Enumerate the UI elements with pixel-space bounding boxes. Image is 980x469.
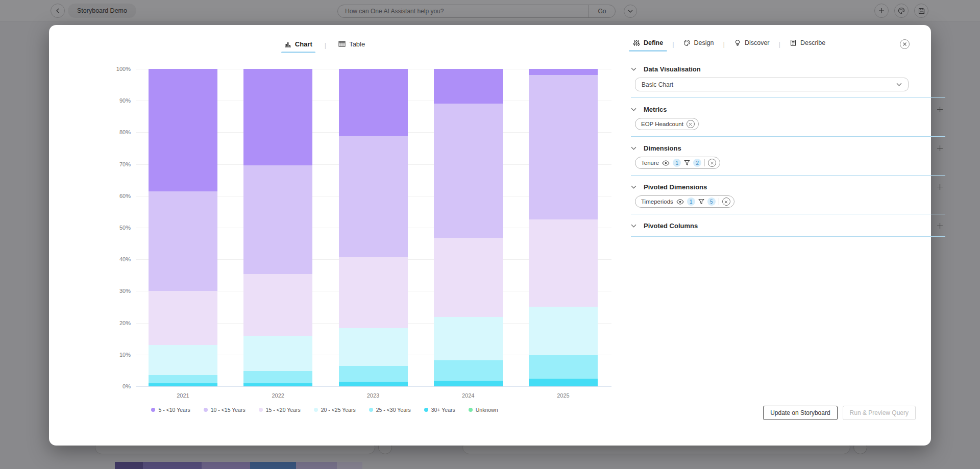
- remove-icon: [710, 161, 714, 165]
- settings-panel: Define|Design|Discover|Describe Data Vis…: [582, 25, 925, 446]
- field-pill-eop-headcount[interactable]: EOP Headcount: [635, 118, 699, 130]
- plus-icon: [937, 184, 943, 190]
- pill-separator: [704, 159, 705, 166]
- run-preview-query-button[interactable]: Run & Preview Query: [843, 406, 916, 420]
- section-collapse-button[interactable]: [631, 145, 636, 151]
- plus-icon: [937, 106, 943, 113]
- stacked-bar-2023: [339, 69, 408, 386]
- field-pill-tenure[interactable]: Tenure12: [635, 157, 720, 169]
- tab-label: Design: [694, 39, 714, 46]
- pill-row: EOP Headcount: [635, 118, 911, 130]
- legend-item[interactable]: Unknown: [469, 407, 498, 413]
- section-add-button[interactable]: [935, 143, 944, 153]
- bar-segment: [339, 366, 408, 382]
- bar-segment: [243, 274, 312, 336]
- legend-item[interactable]: 5 - <10 Years: [151, 407, 190, 413]
- legend-label: 25 - <30 Years: [376, 407, 411, 413]
- section-collapse-button[interactable]: [631, 66, 636, 72]
- modal-close-button[interactable]: [900, 39, 910, 49]
- remove-icon: [689, 122, 692, 126]
- update-on-storyboard-button[interactable]: Update on Storyboard: [763, 406, 837, 420]
- select-chevron: [896, 82, 902, 87]
- filter-icon: [684, 160, 690, 166]
- y-axis-tick-label: 90%: [105, 97, 131, 104]
- section-divider: [631, 214, 945, 214]
- tab-design[interactable]: Design: [681, 37, 716, 51]
- bar-segment: [434, 381, 503, 386]
- filter-icon: [698, 199, 704, 205]
- section-add-button[interactable]: [935, 105, 944, 114]
- tab-discover[interactable]: Discover: [732, 37, 772, 51]
- pill-remove-button[interactable]: [722, 198, 730, 206]
- tab-separator: |: [325, 41, 326, 49]
- section-add-button[interactable]: [935, 182, 944, 191]
- plus-icon: [937, 145, 943, 152]
- bar-chart-icon: [284, 40, 291, 47]
- chart-builder-modal: Chart|Table 0%10%20%30%40%50%60%70%80%90…: [49, 25, 931, 446]
- bar-segment: [149, 345, 217, 375]
- stacked-bar-2022: [243, 69, 312, 386]
- stacked-bar-2024: [434, 69, 503, 386]
- legend-swatch: [424, 408, 428, 412]
- tab-describe[interactable]: Describe: [788, 37, 827, 51]
- chevron-down-icon: [631, 223, 636, 229]
- close-icon: [902, 42, 907, 46]
- legend-swatch: [369, 408, 373, 412]
- bar-segment: [339, 257, 408, 328]
- field-pill-timeperiods[interactable]: Timeperiods15: [635, 195, 734, 208]
- bar-segment: [339, 382, 408, 386]
- section-add-button[interactable]: [935, 221, 944, 230]
- legend-item[interactable]: 10 - <15 Years: [204, 407, 246, 413]
- section-collapse-button[interactable]: [631, 184, 636, 190]
- y-axis-tick-label: 50%: [105, 225, 131, 231]
- document-icon: [790, 39, 797, 46]
- plus-icon: [937, 223, 943, 229]
- legend-item[interactable]: 30+ Years: [424, 407, 455, 413]
- stacked-bar-chart: 0%10%20%30%40%50%60%70%80%90%100%2021202…: [136, 69, 611, 386]
- sliders-icon: [633, 39, 640, 46]
- pill-remove-button[interactable]: [687, 120, 695, 128]
- pill-label: EOP Headcount: [641, 121, 683, 127]
- legend-item[interactable]: 20 - <25 Years: [314, 407, 356, 413]
- bar-segment: [339, 69, 408, 136]
- section-title: Data Visualisation: [644, 65, 911, 73]
- select-value: Basic Chart: [642, 81, 673, 88]
- bar-segment: [434, 104, 503, 238]
- visualisation-select[interactable]: Basic Chart: [635, 78, 909, 91]
- tab-label: Discover: [745, 39, 770, 46]
- tab-table[interactable]: Table: [335, 38, 368, 52]
- legend-swatch: [151, 408, 155, 412]
- table-icon: [338, 40, 346, 47]
- tab-separator: |: [779, 40, 780, 48]
- y-axis-tick-label: 80%: [105, 129, 131, 135]
- bar-segment: [149, 383, 217, 386]
- bar-segment: [339, 136, 408, 258]
- x-axis-tick-label: 2023: [339, 392, 408, 399]
- section-divider: [631, 97, 945, 98]
- section-divider: [631, 175, 945, 176]
- section-collapse-button[interactable]: [631, 223, 636, 229]
- tab-define[interactable]: Define: [631, 37, 665, 51]
- x-axis-tick-label: 2024: [434, 392, 503, 399]
- section-title: Pivoted Columns: [644, 222, 935, 230]
- panel-sections: Data VisualisationBasic ChartMetricsEOP …: [631, 59, 911, 237]
- section-header: Metrics: [631, 105, 911, 114]
- legend-item[interactable]: 25 - <30 Years: [369, 407, 411, 413]
- filter-count-badge: 5: [707, 198, 716, 206]
- legend-label: 15 - <20 Years: [266, 407, 301, 413]
- pill-remove-button[interactable]: [708, 159, 716, 167]
- section-header: Pivoted Dimensions: [631, 182, 911, 191]
- tab-chart[interactable]: Chart: [281, 38, 315, 52]
- tab-separator: |: [672, 40, 674, 48]
- section-divider: [631, 136, 945, 137]
- view-tabs: Chart|Table: [87, 37, 562, 53]
- bar-segment: [243, 371, 312, 383]
- section-header: Dimensions: [631, 143, 911, 153]
- legend-item[interactable]: 15 - <20 Years: [259, 407, 301, 413]
- chevron-down-icon: [631, 66, 636, 72]
- tab-label: Describe: [800, 39, 825, 46]
- section-collapse-button[interactable]: [631, 107, 636, 112]
- bar-segment: [434, 360, 503, 381]
- bar-segment: [149, 69, 217, 191]
- bar-segment: [149, 291, 217, 345]
